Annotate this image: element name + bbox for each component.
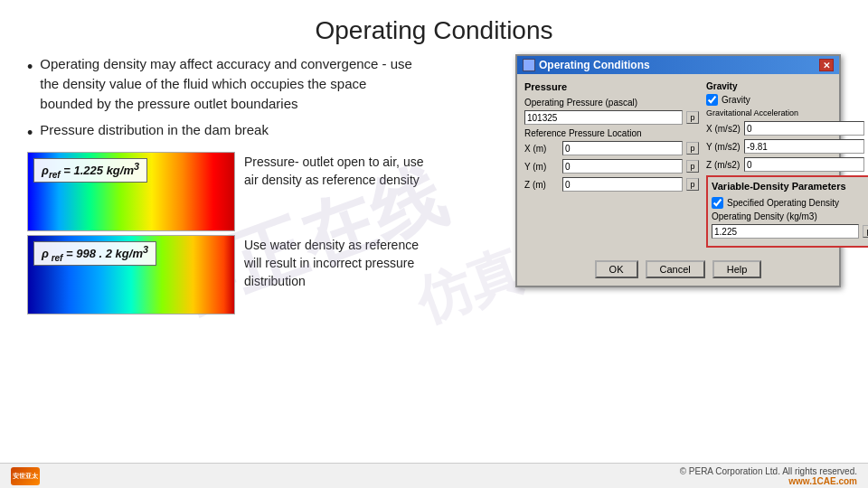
bullet-item-1: Operating density may affect accuracy an… [27, 54, 470, 113]
y-label: Y (m) [524, 162, 559, 172]
pressure-panel: Pressure Operating Pressure (pascal) p R… [524, 81, 699, 248]
gy-field-row: Y (m/s2) p [706, 139, 868, 154]
bullet-text-1: Operating density may affect accuracy an… [40, 54, 420, 113]
gz-label: Z (m/s2) [706, 160, 741, 170]
sim-caption-water: Use water density as reference will resu… [244, 235, 434, 290]
specified-density-checkbox-row: Specified Operating Density [712, 197, 868, 209]
sim-label-air: ρref = 1.225 kg/m3 [33, 158, 147, 183]
gz-field-row: Z (m/s2) p [706, 157, 868, 172]
gravity-checkbox-label: Gravity [722, 95, 750, 105]
gx-field-row: X (m/s2) p [706, 121, 868, 136]
bullet-text-2: Pressure distribution in the dam break [40, 120, 269, 140]
bullet-item-2: Pressure distribution in the dam break [27, 120, 470, 145]
dialog-buttons: OK Cancel Help [517, 255, 839, 286]
ref-pressure-label: Reference Pressure Location [524, 128, 699, 138]
grav-accel-label: Gravitational Acceleration [706, 108, 868, 117]
gravity-panel: Gravity Gravity Gravitational Accelerati… [706, 81, 868, 248]
footer-copyright: © PERA Corporation Ltd. All rights reser… [680, 466, 857, 476]
specified-density-label: Specified Operating Density [727, 198, 839, 208]
bullet-list: Operating density may affect accuracy an… [27, 54, 470, 145]
gravity-section-title: Gravity [706, 81, 868, 91]
z-input[interactable] [562, 177, 683, 192]
gravity-checkbox-row: Gravity [706, 94, 868, 106]
slide-title: Operating Conditions [0, 0, 868, 54]
pressure-panel-title: Pressure [524, 81, 699, 92]
sim-area: ρref = 1.225 kg/m3 Pressure- outlet open… [27, 152, 470, 314]
operating-pressure-input[interactable] [524, 110, 683, 125]
x-input[interactable] [562, 141, 683, 155]
footer-website: www.1CAE.com [788, 476, 857, 486]
right-column: Operating Conditions ✕ Pressure Operatin… [479, 54, 841, 314]
sim-image-water: ρ ref = 998 . 2 kg/m3 [27, 235, 235, 314]
gx-label: X (m/s2) [706, 124, 741, 134]
z-field-row: Z (m) p [524, 177, 699, 192]
z-label: Z (m) [524, 180, 559, 190]
variable-density-box: Variable-Density Parameters Specified Op… [706, 175, 868, 248]
gravity-checkbox[interactable] [706, 94, 718, 106]
ok-button[interactable]: OK [595, 260, 638, 278]
operating-density-input[interactable] [712, 224, 859, 239]
operating-density-p-btn[interactable]: p [863, 225, 868, 238]
gz-input[interactable] [744, 157, 864, 172]
logo-text: 安世亚太 [13, 472, 38, 481]
gy-input[interactable] [744, 139, 864, 154]
gy-label: Y (m/s2) [706, 142, 741, 152]
sim-label-water: ρ ref = 998 . 2 kg/m3 [33, 241, 156, 266]
left-column: Operating density may affect accuracy an… [27, 54, 470, 314]
dialog-title-icon [523, 59, 535, 71]
dialog-title-text: Operating Conditions [539, 59, 650, 71]
operating-density-row: p [712, 224, 868, 239]
specified-density-checkbox[interactable] [712, 197, 723, 209]
sim-image-air: ρref = 1.225 kg/m3 [27, 152, 235, 231]
footer: 安世亚太 © PERA Corporation Ltd. All rights … [0, 463, 868, 488]
help-button[interactable]: Help [712, 260, 762, 278]
dialog-body: Pressure Operating Pressure (pascal) p R… [517, 74, 839, 255]
dialog-title-bar: Operating Conditions ✕ [517, 56, 839, 74]
logo-box: 安世亚太 [11, 467, 40, 485]
x-field-row: X (m) p [524, 141, 699, 155]
sim-row-air: ρref = 1.225 kg/m3 Pressure- outlet open… [27, 152, 470, 231]
footer-right: © PERA Corporation Ltd. All rights reser… [680, 466, 857, 486]
sim-caption-air: Pressure- outlet open to air, use air de… [244, 152, 434, 189]
operating-conditions-dialog: Operating Conditions ✕ Pressure Operatin… [515, 54, 841, 287]
operating-pressure-row: p [524, 110, 699, 125]
operating-density-label: Operating Density (kg/m3) [712, 211, 868, 221]
y-field-row: Y (m) p [524, 159, 699, 174]
y-p-btn[interactable]: p [686, 160, 699, 173]
dialog-close-button[interactable]: ✕ [819, 59, 834, 71]
cancel-button[interactable]: Cancel [646, 260, 705, 278]
operating-pressure-p-btn[interactable]: p [686, 111, 699, 124]
gx-input[interactable] [744, 121, 864, 136]
variable-density-title: Variable-Density Parameters [712, 181, 868, 192]
operating-pressure-label: Operating Pressure (pascal) [524, 98, 699, 108]
footer-logo: 安世亚太 [11, 467, 40, 485]
x-p-btn[interactable]: p [686, 142, 699, 155]
y-input[interactable] [562, 159, 683, 174]
x-label: X (m) [524, 144, 559, 154]
sim-row-water: ρ ref = 998 . 2 kg/m3 Use water density … [27, 235, 470, 314]
z-p-btn[interactable]: p [686, 178, 699, 191]
